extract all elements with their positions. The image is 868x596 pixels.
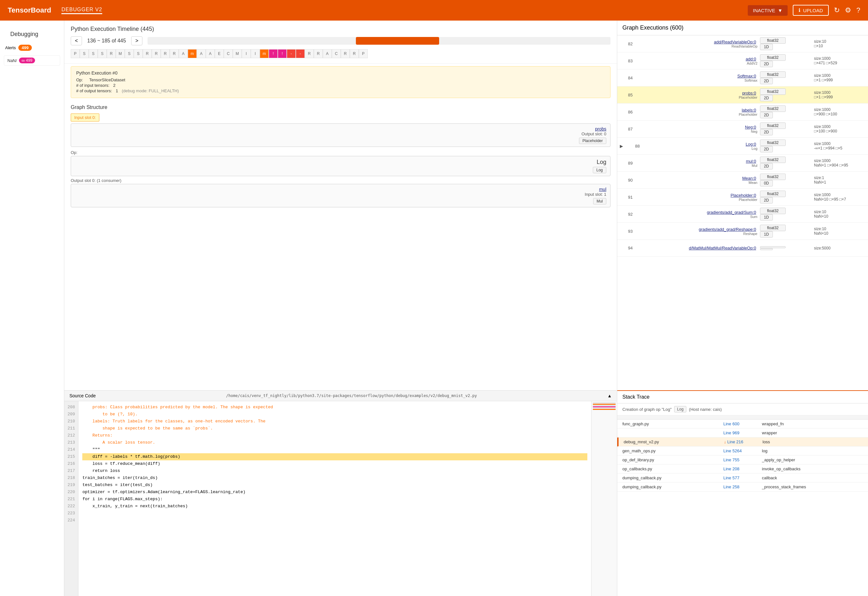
line-number: 216 [68,460,75,468]
exec-op-name[interactable]: add/ReadVariableOp:0 [714,40,757,44]
timeline-letter[interactable]: R [350,49,359,58]
code-minimap[interactable] [591,401,617,596]
exec-op-name[interactable]: probs:0 [742,91,757,96]
timeline-letter[interactable]: R [143,49,152,58]
dtype-badge: float32 [760,190,786,197]
exec-op-name[interactable]: labels:0 [742,108,757,112]
stack-row: op_callbacks.py Line 208 invoke_op_callb… [617,465,868,474]
input-slot-box: probs Output slot: 0 Placeholder [71,124,611,147]
output-slot-name[interactable]: mul [75,187,606,192]
timeline-letter[interactable]: - [287,49,296,58]
table-row[interactable]: 91 Placeholder:0 Placeholder float32 2D … [617,189,868,206]
timeline-letter[interactable]: ! [278,49,287,58]
exec-debug-mode: (debug mode: FULL_HEALTH) [122,89,179,93]
exec-op-name[interactable]: mul:0 [746,159,757,164]
graph-exec-section: Graph Executions (600) 82 add/ReadVariab… [617,21,868,390]
timeline-letter[interactable]: C [332,49,341,58]
timeline-letter[interactable]: R [341,49,350,58]
exec-op-name[interactable]: add:0 [745,57,757,61]
line-number: 209 [68,411,75,418]
timeline-letter[interactable]: S [98,49,107,58]
table-row[interactable]: 83 add:0 AddV2 float32 2D size:1000 □×47… [617,52,868,69]
exec-op-name[interactable]: gradients/add_grad/Reshape:0 [698,227,757,232]
timeline-letter[interactable]: A [197,49,206,58]
table-row[interactable]: 90 Mean:0 Mean float32 0D size:1 NaN×1 [617,172,868,189]
timeline-next-button[interactable]: > [131,36,142,45]
timeline-prev-button[interactable]: < [71,36,82,45]
table-row[interactable]: 94 d/MatMul/MatMul/ReadVariableOp:0 size… [617,240,868,257]
right-panel: Graph Executions (600) 82 add/ReadVariab… [617,21,868,596]
timeline-letter[interactable]: S [80,49,89,58]
stack-func: _process_stack_frames [762,484,863,489]
timeline-letter[interactable]: A [206,49,215,58]
table-row[interactable]: 82 add/ReadVariableOp:0 ReadVariableOp f… [617,35,868,52]
table-row[interactable]: 93 gradients/add_grad/Reshape:0 Reshape … [617,223,868,240]
timeline-letter[interactable]: I [251,49,260,58]
timeline-letter[interactable]: S [125,49,134,58]
timeline-letter[interactable]: R [305,49,314,58]
upload-label: UPLOAD [803,8,823,13]
exec-num: 82 [620,41,633,46]
timeline-letter[interactable]: M [116,49,125,58]
input-slot-name[interactable]: probs [75,126,606,131]
timeline-letter[interactable]: m [260,49,269,58]
exec-op-type: Softmax [744,78,757,82]
table-row[interactable]: 89 mul:0 Mul float32 2D size:1000 NaN×1 … [617,155,868,172]
timeline-letter[interactable]: A [179,49,188,58]
exec-op-name[interactable]: d/MatMul/MatMul/ReadVariableOp:0 [689,246,757,251]
nan-alert-item[interactable]: NaN/ ∞ 499 [4,55,60,66]
table-row[interactable]: 84 Softmax:0 Softmax float32 2D size:100… [617,69,868,87]
code-line: for i in range(FLAGS.max_steps): [82,496,588,503]
timeline-letter[interactable]: R [161,49,170,58]
timeline-letter[interactable]: I [242,49,251,58]
exec-right-col [760,246,812,250]
op-label: Op: [71,150,611,155]
exec-op-name[interactable]: gradients/add_grad/Sum:0 [707,210,757,215]
exec-op-name[interactable]: Placeholder:0 [731,193,758,198]
timeline-letter[interactable]: C [224,49,233,58]
timeline-letter[interactable]: m [188,49,197,58]
timeline-letter[interactable]: - [296,49,305,58]
stack-func: wrapper [762,431,863,435]
graph-exec-table[interactable]: 82 add/ReadVariableOp:0 ReadVariableOp f… [617,35,868,390]
exec-op-type: Neg [751,130,757,133]
exec-op-name[interactable]: Log:0 [745,142,757,147]
table-row[interactable]: 87 Neg:0 Neg float32 2D size:1000 □×100 … [617,121,868,137]
expand-icon[interactable]: ▶ [620,144,623,149]
timeline-slider[interactable] [148,37,611,45]
exec-op-name[interactable]: Mean:0 [742,176,757,181]
timeline-letter[interactable]: R [170,49,179,58]
stack-file: func_graph.py [622,422,723,426]
exec-right-col: float32 1D [760,208,812,221]
help-icon[interactable]: ? [856,6,860,15]
timeline-letter[interactable]: A [323,49,332,58]
timeline-letter[interactable]: ! [269,49,278,58]
table-row[interactable]: ▶ 88 Log:0 Log float32 2D size:1000 -∞×1… [617,137,868,155]
upload-button[interactable]: ℹ UPLOAD [793,5,829,16]
timeline-letter[interactable]: R [152,49,161,58]
stack-file: debug_mnst_v2.py [624,440,724,444]
scroll-up-icon[interactable]: ▲ [607,393,612,398]
timeline-letter[interactable]: P [71,49,80,58]
table-row[interactable]: 92 gradients/add_grad/Sum:0 Sum float32 … [617,206,868,223]
alerts-count-badge: 499 [18,45,32,51]
settings-icon[interactable]: ⚙ [845,6,851,15]
timeline-letter[interactable]: R [314,49,323,58]
status-dropdown[interactable]: INACTIVE ▼ [748,5,788,16]
timeline-letter[interactable]: E [215,49,224,58]
timeline-letter[interactable]: S [89,49,98,58]
exec-op-col: labels:0 Placeholder [635,108,757,117]
refresh-icon[interactable]: ↻ [834,6,840,15]
exec-op-name[interactable]: Neg:0 [745,125,757,130]
exec-op-name[interactable]: Softmax:0 [737,74,757,78]
stack-line[interactable]: ↓ Line 216 [724,440,763,444]
dim-badge: 2D [760,78,773,84]
timeline-letter[interactable]: M [233,49,242,58]
timeline-letter[interactable]: R [107,49,116,58]
code-line: labels: Truth labels for the classes, as… [82,418,588,425]
table-row[interactable]: 85 probs:0 Placeholder float32 2D size:1… [617,87,868,103]
timeline-letter[interactable]: P [359,49,368,58]
timeline-letter[interactable]: S [134,49,143,58]
table-row[interactable]: 86 labels:0 Placeholder float32 2D size:… [617,103,868,121]
stack-func: invoke_op_callbacks [762,466,863,471]
